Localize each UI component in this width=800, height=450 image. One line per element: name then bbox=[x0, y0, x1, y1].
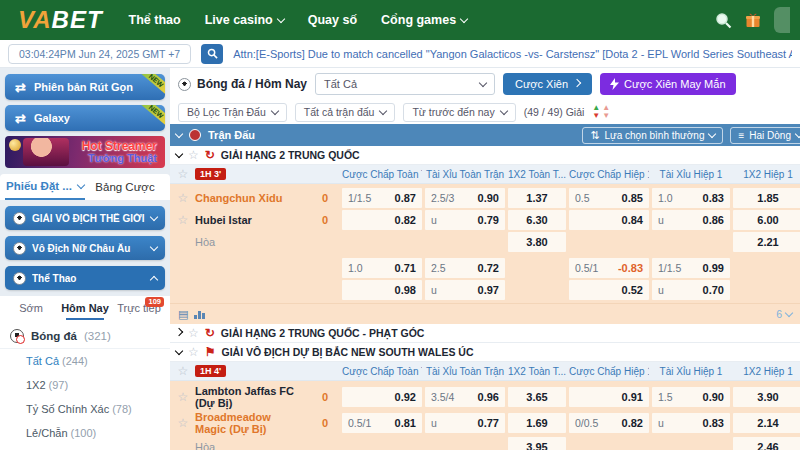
odds-cell[interactable]: 3.90 bbox=[733, 387, 800, 407]
odds-cell[interactable]: 0.5/1-0.83 bbox=[569, 258, 649, 278]
odds-cell[interactable]: 1/1.50.87 bbox=[342, 188, 422, 208]
promo-banner[interactable]: Hot Streamer Tưởng Thuật bbox=[5, 136, 165, 168]
filter-row: Bộ Lọc Trận Đấu Tất cả trận đấu Từ trước… bbox=[170, 100, 800, 124]
league-row[interactable]: ☆ ↻ GIẢI HẠNG 2 TRUNG QUỐC bbox=[170, 146, 800, 165]
odds-cell[interactable]: u0.79 bbox=[425, 210, 505, 230]
odds-cell[interactable]: 0/0.50.82 bbox=[569, 413, 649, 433]
tab-bang-cuoc[interactable]: Bảng Cược bbox=[85, 174, 165, 200]
sidebar-item-le-chan[interactable]: Lẻ/Chẵn(100) bbox=[0, 421, 170, 445]
tab-som[interactable]: Sớm bbox=[4, 296, 58, 320]
gift-icon[interactable] bbox=[744, 11, 762, 29]
odds-cell[interactable]: 3.95 bbox=[508, 437, 566, 450]
odds-cell[interactable]: u0.70 bbox=[652, 280, 730, 300]
nav-item-quay-so[interactable]: Quay số bbox=[308, 13, 357, 27]
odds-cell[interactable]: 1.69 bbox=[508, 413, 566, 433]
odds-cell[interactable]: 0.84 bbox=[569, 210, 649, 230]
team-name[interactable]: Broadmeadow Magic (Dự Bị) bbox=[195, 411, 301, 435]
odds-cell[interactable]: 3.65 bbox=[508, 387, 566, 407]
clock-display: 03:04:24PM Jun 24, 2025 GMT +7 bbox=[8, 44, 191, 64]
stats-list-icon[interactable]: ▤ bbox=[178, 308, 188, 321]
league-row[interactable]: ☆ ⚑ GIẢI VÔ ĐỊCH DỰ BỊ BẮC NEW SOUTH WAL… bbox=[170, 343, 800, 362]
favorite-star-icon[interactable]: ☆ bbox=[178, 365, 189, 377]
swap-arrows-icon: ⇄ bbox=[15, 111, 26, 126]
odds-cell[interactable]: 1.00.71 bbox=[342, 258, 422, 278]
new-ribbon: NEW bbox=[136, 105, 165, 129]
lines-dropdown[interactable]: ≡Hai Dòng bbox=[730, 127, 800, 144]
time-range-dropdown[interactable]: Từ trước đến nay bbox=[403, 103, 515, 122]
nav-item-the-thao[interactable]: Thể thao bbox=[129, 13, 181, 27]
odds-cell[interactable]: 2.5/30.90 bbox=[425, 188, 505, 208]
odds-cell[interactable]: 3.80 bbox=[508, 232, 566, 252]
sidebar-item-bong-da[interactable]: Bóng đá (321) bbox=[0, 324, 170, 349]
lucky-parlay-button[interactable]: Cược Xiên May Mắn bbox=[600, 73, 735, 95]
sidebar-item-tat-ca[interactable]: Tất Cả(244) bbox=[0, 349, 170, 373]
chevron-down-icon[interactable] bbox=[175, 129, 183, 137]
team-name[interactable]: Hubei Istar bbox=[195, 214, 301, 226]
favorite-star-icon[interactable]: ☆ bbox=[188, 327, 199, 339]
search-icon[interactable] bbox=[715, 12, 732, 29]
match-filter-dropdown[interactable]: Bộ Lọc Trận Đấu bbox=[178, 103, 287, 122]
odds-cell[interactable]: 0.92 bbox=[342, 387, 422, 407]
league-row[interactable]: ☆ ↻ GIẢI HẠNG 2 TRUNG QUỐC - PHẠT GÓC bbox=[170, 324, 800, 343]
odds-cell[interactable]: u0.77 bbox=[425, 413, 505, 433]
odds-cell[interactable]: 6.30 bbox=[508, 210, 566, 230]
tab-hom-nay[interactable]: Hôm Nay bbox=[58, 296, 112, 320]
favorite-star-icon[interactable]: ☆ bbox=[188, 346, 199, 358]
banner-title: Hot Streamer bbox=[82, 140, 157, 152]
banner-logo bbox=[9, 139, 21, 151]
content-toolbar: Bóng đá / Hôm Nay Tất Cả Cược Xiên Cược … bbox=[170, 68, 800, 100]
favorite-star-icon[interactable]: ☆ bbox=[178, 192, 189, 204]
bar-chart-icon[interactable] bbox=[194, 309, 205, 319]
odds-cell[interactable]: 1.50.90 bbox=[652, 387, 730, 407]
parlay-button[interactable]: Cược Xiên bbox=[503, 73, 592, 95]
odds-cell[interactable]: 2.21 bbox=[733, 232, 800, 252]
sidebar-item-ty-so[interactable]: Tỷ Số Chính Xác(78) bbox=[0, 397, 170, 421]
quick-link-rut-gon[interactable]: ⇄ Phiên bản Rút Gọn NEW bbox=[5, 74, 165, 100]
odds-cell[interactable]: u0.97 bbox=[425, 280, 505, 300]
match-card: ☆ Changchun Xidu 0 1/1.50.87 2.5/30.90 1… bbox=[170, 184, 800, 303]
nav-item-cong-games[interactable]: Cổng games bbox=[381, 13, 467, 27]
all-matches-dropdown[interactable]: Tất cả trận đấu bbox=[295, 103, 396, 122]
favorite-star-icon[interactable]: ☆ bbox=[188, 149, 199, 161]
nav-item-live-casino[interactable]: Live casino bbox=[205, 13, 284, 27]
odds-cell[interactable]: 3.5/40.96 bbox=[425, 387, 505, 407]
brand-logo[interactable]: VABET bbox=[18, 6, 103, 34]
odds-cell[interactable]: 1.85 bbox=[733, 188, 800, 208]
featured-league-euro-women[interactable]: Vô Địch Nữ Châu Âu bbox=[5, 236, 165, 260]
more-markets-button[interactable]: 6 bbox=[776, 308, 792, 320]
odds-cell[interactable]: 1.00.83 bbox=[652, 188, 730, 208]
odds-cell[interactable]: 0.91 bbox=[569, 387, 649, 407]
sort-arrows-icon[interactable]: ▲▼▲▼ bbox=[592, 104, 610, 120]
odds-cell[interactable]: 1/1.50.99 bbox=[652, 258, 730, 278]
sidebar-item-tong-so[interactable]: Tổng Số Bàn Thắng(78) bbox=[0, 445, 170, 450]
favorite-star-icon[interactable]: ☆ bbox=[178, 168, 189, 180]
odds-cell[interactable]: u0.83 bbox=[652, 413, 730, 433]
favorite-star-icon[interactable]: ☆ bbox=[178, 391, 189, 403]
odds-cell[interactable]: 0.98 bbox=[342, 280, 422, 300]
sidebar-item-1x2[interactable]: 1X2(97) bbox=[0, 373, 170, 397]
odds-cell[interactable]: 1.37 bbox=[508, 188, 566, 208]
odds-cell[interactable]: u0.86 bbox=[652, 210, 730, 230]
team-name[interactable]: Changchun Xidu bbox=[195, 192, 301, 204]
tab-phieu-dat[interactable]: Phiếu Đặt ... bbox=[5, 174, 85, 200]
team-name[interactable]: Lambton Jaffas FC (Dự Bị) bbox=[195, 385, 301, 409]
odds-cell[interactable]: 2.50.72 bbox=[425, 258, 505, 278]
odds-cell[interactable]: 0.5/10.81 bbox=[342, 413, 422, 433]
favorite-star-icon[interactable]: ☆ bbox=[178, 214, 189, 226]
sidebar-sports-header[interactable]: Thể Thao bbox=[5, 266, 165, 290]
odds-cell[interactable]: 0.52 bbox=[569, 280, 649, 300]
quick-link-galaxy[interactable]: ⇄ Galaxy NEW bbox=[5, 105, 165, 131]
favorite-star-icon[interactable]: ☆ bbox=[178, 417, 189, 429]
tab-truc-tiep[interactable]: Trực tiếp109 bbox=[112, 296, 166, 320]
odds-cell[interactable]: 2.46 bbox=[733, 437, 800, 450]
featured-league-world-cup[interactable]: GIẢI VÔ ĐỊCH THẾ GIỚI C... bbox=[5, 206, 165, 230]
odds-cell[interactable]: 0.82 bbox=[342, 210, 422, 230]
odds-cell[interactable]: 6.00 bbox=[733, 210, 800, 230]
nav-avatar-partial[interactable] bbox=[774, 7, 790, 33]
view-mode-dropdown[interactable]: ⇅Lựa chọn bình thường bbox=[582, 127, 723, 144]
team-row-away: ☆ Hubei Istar 0 0.82 u0.79 6.30 0.84 u0.… bbox=[174, 209, 800, 231]
odds-cell[interactable]: 2.14 bbox=[733, 413, 800, 433]
odds-cell[interactable]: 0.50.85 bbox=[569, 188, 649, 208]
announcement-search-button[interactable] bbox=[201, 44, 223, 64]
market-select[interactable]: Tất Cả bbox=[315, 73, 495, 95]
